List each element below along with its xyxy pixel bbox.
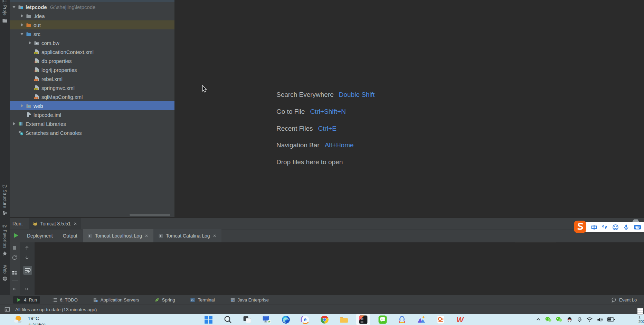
layout-icon[interactable] xyxy=(12,270,17,276)
tool-window-switcher-icon[interactable] xyxy=(4,306,10,313)
console-tab-tomcat-localhost-log[interactable]: Tomcat Localhost Log xyxy=(83,229,153,242)
close-icon[interactable] xyxy=(212,234,217,238)
toolwindow-button-6-todo[interactable]: 6: TODO xyxy=(49,296,81,304)
taskbar-app-start[interactable] xyxy=(201,314,215,325)
system-tray xyxy=(536,314,615,325)
taskbar-app-photos[interactable] xyxy=(414,314,428,325)
taskbar-app-wechat-app[interactable] xyxy=(376,314,389,325)
term-toolwindow-icon xyxy=(190,297,195,303)
chevron-none-icon xyxy=(27,94,33,100)
taskbar-app-edge[interactable] xyxy=(279,314,293,325)
scroll-up-icon[interactable] xyxy=(24,245,30,251)
qq-penguin-icon[interactable] xyxy=(566,316,573,323)
sogou-collapse-handle[interactable] xyxy=(632,219,640,222)
console-tab-tomcat-catalina-log[interactable]: Tomcat Catalina Log xyxy=(153,229,221,242)
punctuation-icon[interactable] xyxy=(602,224,608,231)
stripe-button-web[interactable]: Web xyxy=(0,265,10,292)
tree-row-sqlMapConfig-xml[interactable]: sqlMapConfig.xml xyxy=(10,92,174,101)
microphone-icon[interactable] xyxy=(577,317,583,323)
wechat-icon[interactable] xyxy=(545,316,552,323)
console-output[interactable] xyxy=(35,242,644,296)
tree-row-com-bw[interactable]: com.bw xyxy=(10,38,174,47)
toolwindow-button-spring[interactable]: Spring xyxy=(151,296,178,304)
stripe-button-7-structure[interactable]: 7: Structure xyxy=(0,185,10,221)
chinese-mode-icon[interactable] xyxy=(591,224,597,231)
log-tab-icon xyxy=(158,233,163,239)
tree-row-db-properties[interactable]: db.properties xyxy=(10,56,174,65)
console-tab-bar: DeploymentOutputTomcat Localhost LogTomc… xyxy=(10,229,644,243)
stripe-button-1-proje[interactable]: 1: Proje xyxy=(0,0,10,27)
more-console-actions-icon[interactable] xyxy=(25,287,29,291)
stripe-button-2-favorites[interactable]: 2: Favorites xyxy=(0,225,10,262)
chevron-down-icon[interactable] xyxy=(19,31,25,37)
taskbar-weather-widget[interactable]: 19°C 大部晴朗 xyxy=(13,315,46,325)
toolwindow-button-terminal[interactable]: Terminal xyxy=(187,296,218,304)
weather-desc: 大部晴朗 xyxy=(28,322,46,325)
run-play-icon[interactable] xyxy=(12,232,19,239)
battery-icon[interactable] xyxy=(607,315,615,324)
taskbar-app-wps[interactable]: W xyxy=(453,314,467,325)
tree-row-web[interactable]: web xyxy=(10,101,174,110)
toolwindow-button-4-run[interactable]: 4: Run xyxy=(13,296,40,304)
tree-row-applicationContext-xml[interactable]: applicationContext.xml xyxy=(10,47,174,56)
tree-row-Scratches-and-Consoles[interactable]: Scratches and Consoles xyxy=(10,128,174,137)
taskbar-app-office-tool[interactable] xyxy=(434,314,447,325)
event-log-button[interactable]: Event Lo xyxy=(611,295,644,305)
taskbar-app-qq[interactable] xyxy=(395,314,409,325)
soft-wrap-icon[interactable] xyxy=(23,266,32,275)
console-tab-deployment[interactable]: Deployment xyxy=(22,229,58,242)
scroll-down-icon[interactable] xyxy=(24,255,30,260)
taskbar-app-system-check[interactable] xyxy=(259,314,273,325)
chevron-right-icon[interactable] xyxy=(19,13,25,19)
chevron-right-icon[interactable] xyxy=(27,40,33,46)
tray-expand-icon[interactable] xyxy=(536,317,541,322)
voice-icon[interactable] xyxy=(623,224,629,231)
office-tool-icon xyxy=(436,315,446,325)
tree-row-log4j-properties[interactable]: log4j.properties xyxy=(10,65,174,74)
chevron-right-icon[interactable] xyxy=(19,103,25,109)
tree-item-label: web xyxy=(34,103,43,109)
project-tool-window: letpcodeG:\shejiing\letpcode.ideaoutsrcc… xyxy=(10,0,175,217)
taskbar-app-file-explorer[interactable] xyxy=(337,314,351,325)
svg-text:W: W xyxy=(456,315,464,324)
tree-row-letpcode-iml[interactable]: letpcode.iml xyxy=(10,110,174,119)
tree-row-springmvc-xml[interactable]: springmvc.xml xyxy=(10,83,174,92)
console-tab-output[interactable]: Output xyxy=(58,229,83,242)
tree-item-label: External Libraries xyxy=(26,121,66,127)
tree-row--idea[interactable]: .idea xyxy=(10,11,174,20)
taskbar-app-chrome[interactable] xyxy=(318,314,331,325)
soft-keyboard-icon[interactable] xyxy=(634,223,641,231)
taskbar-app-intellij-idea[interactable]: IJ xyxy=(356,314,370,325)
chevron-right-icon[interactable] xyxy=(11,121,17,127)
tree-row-rebel-xml[interactable]: rebel.xml xyxy=(10,74,174,83)
wifi-icon[interactable] xyxy=(586,316,593,323)
chevron-down-icon[interactable] xyxy=(11,4,17,10)
project-toolbar-sliver xyxy=(10,0,174,2)
wps-icon: W xyxy=(455,315,465,325)
tree-hscrollbar-thumb[interactable] xyxy=(130,214,170,216)
tree-row-out[interactable]: out xyxy=(10,20,174,29)
volume-icon[interactable] xyxy=(597,316,603,323)
taskbar-app-task-view[interactable] xyxy=(240,314,254,325)
stop-icon[interactable] xyxy=(12,245,17,251)
taskbar-app-search[interactable] xyxy=(221,314,235,325)
toolwindow-button-application-servers[interactable]: Application Servers xyxy=(90,296,142,304)
emoji-icon[interactable] xyxy=(612,224,619,231)
taskbar-app-browser-e[interactable]: e xyxy=(298,314,312,325)
more-actions-icon[interactable] xyxy=(12,287,17,291)
tree-row-src[interactable]: src xyxy=(10,29,174,38)
shortcut-keys: Double Shift xyxy=(339,91,375,98)
toolwindow-button-java-enterprise[interactable]: Java Enterprise xyxy=(227,296,272,304)
close-icon[interactable] xyxy=(144,234,149,238)
tree-row-External-Libraries[interactable]: External Libraries xyxy=(10,119,174,128)
tree-item-path: G:\shejiing\letpcode xyxy=(50,4,96,10)
sogou-docked-mini-bar[interactable] xyxy=(636,306,644,317)
rerun-icon[interactable] xyxy=(12,255,17,260)
run-config-tab[interactable]: Tomcat 8.5.51 xyxy=(29,218,81,229)
scratch-icon xyxy=(18,130,23,136)
wechat-2-icon[interactable] xyxy=(556,316,562,323)
close-icon[interactable] xyxy=(73,222,77,226)
tree-row-letpcode[interactable]: letpcodeG:\shejiing\letpcode xyxy=(10,2,174,11)
chevron-right-icon[interactable] xyxy=(19,22,25,28)
sogou-logo-icon[interactable] xyxy=(574,220,587,233)
